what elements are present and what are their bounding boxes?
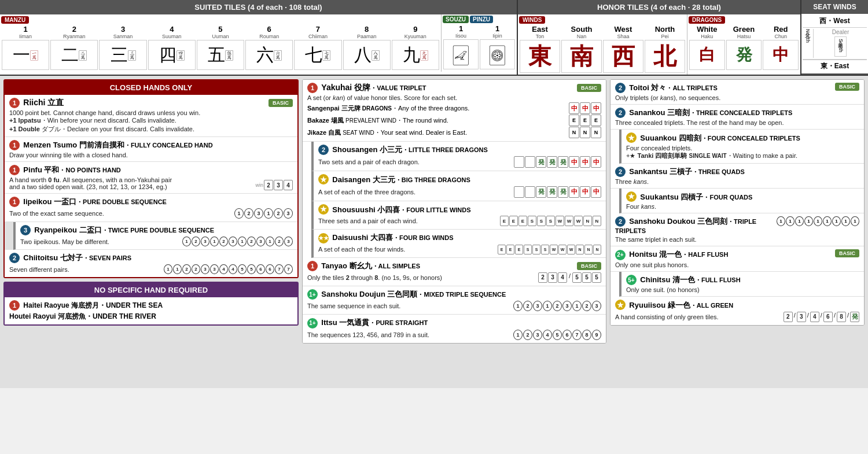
daisuushi-yaku: ★★ Daisuushi 大四喜・FOUR BIG WINDS A set of… xyxy=(311,230,606,258)
suited-tiles-section: SUITED TILES (4 of each · 108 total) MAN… xyxy=(0,0,518,75)
manzu-tile-8: 8 Paaman 八🀎 xyxy=(343,25,391,71)
suukantsu-yaku: ★ Suukantsu 四槓子・FOUR QUADS Four kans. xyxy=(619,189,864,214)
wind-east: East Ton 東 xyxy=(519,25,561,73)
daisangen-yaku: ★ Daisangen 大三元・BIG THREE DRAGONS A set … xyxy=(311,171,606,201)
manzu-tile-4: 4 Suuman 四🀊 xyxy=(148,25,196,71)
yakuhai-yaku: 1 Yakuhai 役牌・VALUE TRIPLET BASIC A set (… xyxy=(303,80,606,142)
winds-label: WINDS xyxy=(519,16,545,24)
shousuushi-yaku: ★ Shousuushi 小四喜・FOUR LITTLE WINDS Three… xyxy=(311,201,606,230)
suited-tiles-header: SUITED TILES (4 of each · 108 total) xyxy=(0,0,517,14)
souzu-label: SOUZU xyxy=(443,16,469,23)
middle-main-box: 1 Yakuhai 役牌・VALUE TRIPLET BASIC A set (… xyxy=(302,79,606,344)
seat-wind-west-label: 西・West xyxy=(819,16,849,26)
souzu-pinzu-section: SOUZU PINZU 1 Iisou 🀐 1 Iipin 🀙 xyxy=(442,14,517,72)
sanshoku-doukou-yaku: 2 Sanshoku Doukou 三色同刻・TRIPLE TRIPLETS T… xyxy=(610,213,864,246)
seat-winds-section: SEAT WINDS 西・West 北・North Dealer 南・South xyxy=(801,0,868,75)
winds-section: WINDS East Ton 東 South Nan 南 xyxy=(518,14,687,75)
left-column: CLOSED HANDS ONLY 1 Riichi 立直 BASIC 1000… xyxy=(3,79,299,385)
chiitoitsu-yaku: 2 Chiitoitsu 七対子・SEVEN PAIRS Seven diffe… xyxy=(5,250,297,277)
pinfu-yaku: 1 Pinfu 平和・NO POINTS HAND A hand worth 0… xyxy=(5,162,297,194)
manzu-tile-1: 1 Iiman 一🀇 xyxy=(1,25,50,71)
dragons-label: DRAGONS xyxy=(689,16,725,24)
ryuuiisou-yaku: ★ Ryuuiisou 緑一色・ALL GREEN A hand consist… xyxy=(610,297,864,325)
manzu-tile-5: 5 Uuman 五🀋 xyxy=(196,25,245,71)
right-column: 2 Toitoi 対々・ALL TRIPLETS Only triplets (… xyxy=(610,79,865,385)
manzu-tile-9: 9 Kyuuman 九🀏 xyxy=(391,25,440,71)
no-specific-header: NO SPECIFIC HAND REQUIRED xyxy=(5,283,297,297)
toitoi-yaku: 2 Toitoi 対々・ALL TRIPLETS Only triplets (… xyxy=(610,80,864,105)
no-specific-box: NO SPECIFIC HAND REQUIRED 1 Haitei Raoyu… xyxy=(3,282,299,326)
wind-west: West Shaa 西 xyxy=(602,25,644,73)
dragon-green: Green Hatsu 発 xyxy=(726,25,763,71)
page-container: SUITED TILES (4 of each · 108 total) MAN… xyxy=(0,0,868,388)
pinzu-tile: 1 Iipin 🀙 xyxy=(479,24,516,70)
manzu-section: MANZU 1 Iiman 一🀇 2 Ryanman 二🀈 xyxy=(0,14,442,72)
seat-winds-header: SEAT WINDS xyxy=(801,0,868,14)
wind-south: South Nan 南 xyxy=(561,25,602,73)
ryanpeikou-yaku: 3 Ryanpeikou 二盃口・TWICE PURE DOUBLE SEQUE… xyxy=(13,222,297,250)
closed-hands-header: CLOSED HANDS ONLY xyxy=(5,80,297,95)
pinzu-label: PINZU xyxy=(470,16,493,23)
suuankou-yaku: ★ Suuankou 四暗刻・FOUR CONCEALED TRIPLETS F… xyxy=(619,130,864,164)
right-main-box: 2 Toitoi 対々・ALL TRIPLETS Only triplets (… xyxy=(610,79,865,326)
souzu-tile: 1 Iisou 🀐 xyxy=(443,24,479,70)
chinitsu-yaku: 5+ Chinitsu 清一色・FULL FLUSH Only one suit… xyxy=(619,272,864,297)
manzu-tile-6: 6 Rouman 六🀌 xyxy=(245,25,293,71)
middle-column: 1 Yakuhai 役牌・VALUE TRIPLET BASIC A set (… xyxy=(302,79,606,385)
riichi-yaku: 1 Riichi 立直 BASIC 1000 point bet. Cannot… xyxy=(5,95,297,137)
honor-tiles-section: HONOR TILES (4 of each · 28 total) WINDS… xyxy=(518,0,801,75)
dragon-red: Red Chun 中 xyxy=(762,25,799,71)
iipeiko-yaku: 1 Iipeikou 一盃口・PURE DOUBLE SEQUENCE Two … xyxy=(5,194,297,222)
sanankou-yaku: 2 Sanankou 三暗刻・THREE CONCEALED TRIPLETS … xyxy=(610,105,864,130)
sankantsu-yaku: 2 Sankantsu 三槓子・THREE QUADS Three kans. xyxy=(610,164,864,189)
menzen-yaku: 1 Menzen Tsumo 門前清自摸和・FULLY CONCEALED HA… xyxy=(5,137,297,162)
manzu-tile-2: 2 Ryanman 二🀈 xyxy=(50,25,98,71)
sanshoku-doujun-yaku: 1+ Sanshoku Doujun 三色同順・MIXED TRIPLE SEQ… xyxy=(303,286,606,315)
manzu-tile-3: 3 Sanman 三🀉 xyxy=(98,25,147,71)
honitsu-yaku: 2+ Honitsu 混一色・HALF FLUSH Only one suit … xyxy=(610,246,864,272)
manzu-tile-7: 7 Chiiman 七🀍 xyxy=(293,25,342,71)
seat-wind-east-label: 東・East xyxy=(821,61,849,71)
wind-north: North Pei 北 xyxy=(644,25,686,73)
tanyao-yaku: 1 Tanyao 断幺九・ALL SIMPLES BASIC Only the … xyxy=(303,258,606,286)
dragons-section: DRAGONS White Haku 白 Green Hatsu 発 xyxy=(687,14,800,75)
shousangen-yaku: 2 Shousangen 小三元・LITTLE THREE DRAGONS Tw… xyxy=(311,142,606,171)
bottom-section: CLOSED HANDS ONLY 1 Riichi 立直 BASIC 1000… xyxy=(0,76,868,388)
manzu-label: MANZU xyxy=(1,16,29,24)
dragon-white: White Haku 白 xyxy=(689,25,726,71)
honor-tiles-header: HONOR TILES (4 of each · 28 total) xyxy=(518,0,800,14)
closed-hands-box: CLOSED HANDS ONLY 1 Riichi 立直 BASIC 1000… xyxy=(3,79,299,278)
top-section: SUITED TILES (4 of each · 108 total) MAN… xyxy=(0,0,868,76)
ittsu-yaku: 1+ Ittsu 一気通貫・PURE STRAIGHT The sequence… xyxy=(303,315,606,343)
